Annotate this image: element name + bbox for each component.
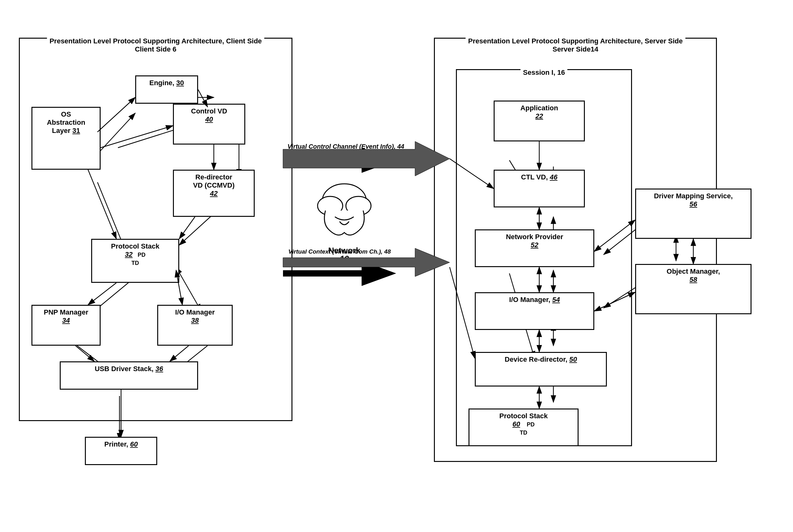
io-manager-client-number: 38	[191, 317, 199, 324]
diagram-container: Presentation Level Protocol Supporting A…	[0, 0, 793, 532]
control-vd-box: Control VD 40	[173, 104, 245, 145]
network-provider-box: Network Provider 52	[475, 229, 594, 267]
printer-label: Printer,	[105, 440, 128, 448]
io-manager-server-label: I/O Manager,	[509, 296, 550, 304]
client-frame-label: Presentation Level Protocol Supporting A…	[47, 37, 264, 53]
device-redirector-label: Device Re-director,	[505, 355, 567, 363]
io-manager-server-box: I/O Manager, 54	[475, 292, 594, 330]
driver-mapping-box: Driver Mapping Service, 56	[635, 189, 752, 239]
protocol-stack-server-label: Protocol Stack	[499, 412, 548, 420]
redirector-vd-box: Re-directorVD (CCMVD)42	[173, 170, 255, 217]
virtual-context-label: Virtual Context (Virtual Com Ch.), 48	[274, 248, 406, 255]
device-redirector-box: Device Re-director, 50	[475, 352, 607, 386]
ctl-vd-number: 46	[550, 173, 557, 181]
application-number: 22	[535, 112, 543, 120]
object-manager-label: Object Manager,	[667, 267, 720, 275]
driver-mapping-number: 56	[689, 200, 697, 208]
engine-box: Engine, 30	[135, 75, 198, 104]
object-manager-number: 58	[689, 276, 697, 283]
network-provider-label: Network Provider	[506, 233, 563, 241]
virtual-control-channel-label: Virtual Control Channel (Event Info), 44	[283, 143, 409, 150]
pnp-manager-box: PNP Manager 34	[32, 305, 100, 346]
redirector-vd-number: 42	[210, 189, 218, 197]
control-vd-label: Control VD	[191, 107, 227, 115]
pnp-manager-label: PNP Manager	[44, 308, 88, 316]
server-frame-id: Server Side14	[552, 45, 598, 53]
protocol-stack-server-number: 60	[513, 420, 520, 428]
client-frame-id: Client Side 6	[135, 45, 177, 53]
application-box: Application 22	[494, 100, 585, 141]
protocol-stack-client-box: Protocol Stack 32 PDTD	[91, 239, 179, 283]
io-manager-server-number: 54	[552, 296, 560, 304]
device-redirector-number: 50	[569, 355, 577, 363]
object-manager-box: Object Manager, 58	[635, 264, 752, 314]
pnp-manager-number: 34	[62, 317, 70, 324]
control-vd-number: 40	[205, 115, 213, 123]
os-abstraction-label: OSAbstractionLayer 31	[47, 110, 85, 134]
usb-driver-number: 36	[155, 365, 163, 373]
printer-number: 60	[130, 440, 138, 448]
redirector-vd-label: Re-directorVD (CCMVD)42	[193, 173, 235, 197]
io-manager-client-box: I/O Manager 38	[157, 305, 233, 346]
usb-driver-box: USB Driver Stack, 36	[60, 361, 198, 390]
engine-number: 30	[177, 79, 184, 87]
network-provider-number: 52	[531, 241, 538, 249]
network-cloud-svg	[313, 176, 376, 245]
protocol-stack-client-label: Protocol Stack	[111, 242, 160, 250]
ctl-vd-label: CTL VD,	[521, 173, 548, 181]
application-label: Application	[520, 104, 558, 112]
os-abstraction-box: OSAbstractionLayer 31	[32, 107, 100, 170]
printer-box: Printer, 60	[85, 437, 157, 465]
os-abstraction-number: 31	[72, 127, 80, 134]
server-frame-label: Presentation Level Protocol Supporting A…	[466, 37, 685, 53]
engine-label: Engine,	[149, 79, 174, 87]
protocol-stack-client-extra: PDTD	[131, 252, 146, 266]
usb-driver-label: USB Driver Stack,	[95, 365, 153, 373]
network-number: 10	[340, 254, 349, 263]
session-frame-label: Session I, 16	[520, 69, 567, 77]
protocol-stack-client-number: 32	[125, 250, 132, 258]
server-frame-title-text: Presentation Level Protocol Supporting A…	[468, 37, 683, 45]
driver-mapping-label: Driver Mapping Service,	[654, 192, 733, 200]
client-frame-title-text: Presentation Level Protocol Supporting A…	[49, 37, 262, 45]
protocol-stack-server-extra: PDTD	[520, 421, 535, 436]
protocol-stack-server-box: Protocol Stack 60 PDTD	[468, 408, 578, 446]
io-manager-client-label: I/O Manager	[175, 308, 215, 316]
ctl-vd-box: CTL VD, 46	[494, 170, 585, 207]
